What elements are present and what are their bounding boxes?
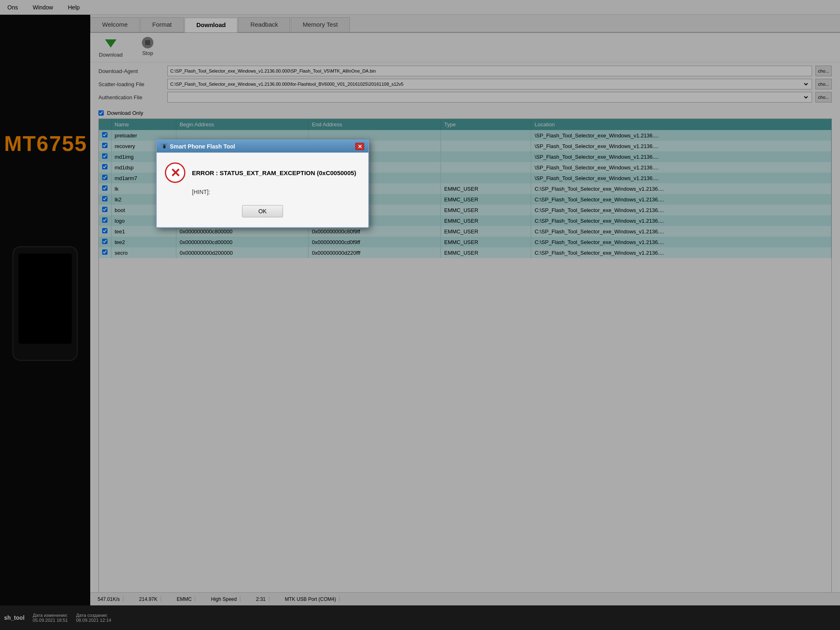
modal-close-button[interactable]: ✕ (355, 143, 364, 150)
error-message: ERROR : STATUS_EXT_RAM_EXCEPTION (0xC005… (192, 169, 356, 176)
ok-button[interactable]: OK (242, 205, 283, 217)
modal-error-row: ✕ ERROR : STATUS_EXT_RAM_EXCEPTION (0xC0… (165, 162, 360, 183)
error-icon: ✕ (165, 162, 185, 183)
modal-title-left: 📱 Smart Phone Flash Tool (161, 143, 235, 150)
modal-titlebar: 📱 Smart Phone Flash Tool ✕ (157, 140, 368, 153)
modal-title-icon: 📱 (161, 143, 167, 150)
modal-body: ✕ ERROR : STATUS_EXT_RAM_EXCEPTION (0xC0… (157, 153, 368, 227)
modal-overlay: 📱 Smart Phone Flash Tool ✕ ✕ ERROR : STA… (0, 0, 840, 630)
hint-row: [HINT]: (165, 189, 360, 195)
hint-text: [HINT]: (192, 189, 210, 195)
error-dialog: 📱 Smart Phone Flash Tool ✕ ✕ ERROR : STA… (156, 139, 369, 228)
modal-title-text: Smart Phone Flash Tool (170, 143, 235, 150)
error-x-symbol: ✕ (170, 166, 180, 180)
